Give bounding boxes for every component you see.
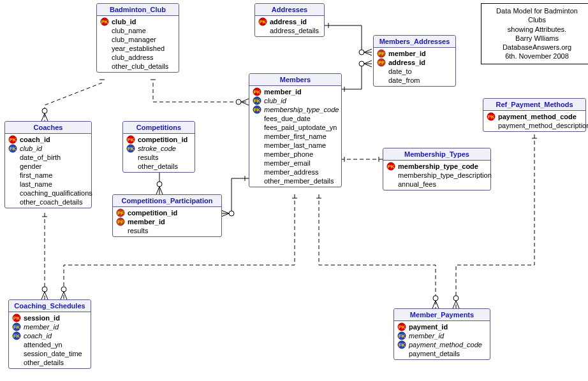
entity-body: club_idclub_nameclub_manageryear_establi… bbox=[97, 16, 179, 72]
attr-row: payment_details bbox=[394, 349, 490, 358]
pk-key-icon bbox=[11, 314, 22, 322]
attr-name: payment_method_code bbox=[409, 341, 482, 349]
attr-name: last_name bbox=[20, 180, 52, 188]
entity-title: Members bbox=[249, 74, 341, 86]
no-key bbox=[11, 359, 22, 366]
attr-name: fees_due_date bbox=[264, 115, 311, 122]
svg-line-19 bbox=[364, 61, 372, 64]
attr-row: coach_id bbox=[9, 331, 91, 340]
no-key bbox=[126, 162, 136, 170]
entity-addresses: Addressesaddress_idaddress_details bbox=[254, 3, 325, 37]
attr-row: annual_fees bbox=[383, 180, 490, 189]
attr-name: member_id bbox=[409, 332, 444, 340]
attr-name: session_date_time bbox=[24, 350, 82, 357]
svg-line-45 bbox=[453, 301, 456, 308]
attr-row: member_email bbox=[249, 159, 341, 168]
svg-line-41 bbox=[432, 301, 436, 308]
attr-name: coach_id bbox=[24, 332, 52, 340]
svg-point-27 bbox=[229, 211, 234, 216]
attr-row: attended_yn bbox=[9, 340, 91, 349]
attr-name: date_from bbox=[388, 76, 420, 84]
no-key bbox=[252, 168, 262, 176]
attr-row: session_date_time bbox=[9, 349, 91, 358]
svg-line-42 bbox=[436, 301, 439, 308]
attr-row: member_id bbox=[249, 87, 341, 96]
pk-key-icon bbox=[8, 136, 18, 143]
attr-name: coaching_qualifications bbox=[20, 189, 92, 197]
attr-row: payment_id bbox=[394, 322, 490, 331]
attr-row: address_details bbox=[255, 26, 324, 35]
attr-name: payment_method_code bbox=[498, 113, 577, 120]
attr-row: membership_type_code bbox=[249, 105, 341, 114]
no-key bbox=[386, 180, 396, 188]
attr-row: other_member_details bbox=[249, 176, 341, 185]
attr-row: membership_type_code bbox=[383, 162, 490, 171]
attr-row: membership_type_description bbox=[383, 171, 490, 180]
attr-name: club_id bbox=[112, 18, 136, 25]
fk-key-icon bbox=[8, 145, 18, 152]
svg-line-37 bbox=[61, 292, 64, 299]
entity-members: Membersmember_idclub_idmembership_type_c… bbox=[249, 73, 342, 187]
attr-name: membership_type_code bbox=[398, 162, 478, 170]
svg-line-16 bbox=[364, 52, 372, 55]
attr-name: membership_type_code bbox=[264, 106, 339, 113]
svg-line-25 bbox=[221, 210, 229, 213]
attr-name: member_id bbox=[264, 88, 302, 96]
attr-name: other_details bbox=[138, 162, 178, 170]
no-key bbox=[252, 124, 262, 131]
svg-line-30 bbox=[159, 187, 163, 194]
attr-row: other_club_details bbox=[97, 62, 179, 71]
entity-body: competition_idmember_idresults bbox=[113, 207, 221, 236]
entity-title: Competitions bbox=[123, 122, 195, 134]
entity-title: Member_Payments bbox=[394, 309, 490, 321]
attr-name: results bbox=[138, 154, 158, 161]
attr-name: club_id bbox=[20, 145, 42, 152]
attr-row: other_coach_details bbox=[5, 198, 91, 206]
svg-line-34 bbox=[45, 292, 48, 299]
attr-name: other_details bbox=[24, 359, 64, 366]
entity-body: session_idmember_idcoach_idattended_ynse… bbox=[9, 312, 91, 368]
attr-name: member_first_name bbox=[264, 133, 327, 140]
attr-row: address_id bbox=[374, 58, 455, 67]
attr-name: club_address bbox=[112, 54, 153, 61]
no-key bbox=[8, 171, 18, 179]
no-key bbox=[126, 154, 136, 161]
attr-row: club_address bbox=[97, 53, 179, 62]
attr-row: last_name bbox=[5, 180, 91, 189]
entity-body: membership_type_codemembership_type_desc… bbox=[383, 161, 490, 190]
entity-competitions-participation: Competitions_Participationcompetition_id… bbox=[112, 194, 222, 237]
attr-name: coach_id bbox=[20, 136, 50, 143]
attr-name: member_id bbox=[128, 218, 165, 226]
no-key bbox=[252, 141, 262, 149]
svg-line-8 bbox=[241, 102, 249, 105]
no-key bbox=[11, 350, 22, 357]
attr-row: competition_id bbox=[113, 208, 221, 217]
attr-name: payment_id bbox=[409, 323, 448, 331]
attr-name: member_address bbox=[264, 168, 319, 176]
attr-name: membership_type_description bbox=[398, 171, 492, 179]
no-key bbox=[99, 45, 110, 52]
entity-body: coach_idclub_iddate_of_birthgenderfirst_… bbox=[5, 134, 91, 208]
svg-line-11 bbox=[41, 113, 45, 121]
svg-point-47 bbox=[453, 296, 459, 301]
attr-row: coach_id bbox=[5, 135, 91, 144]
entity-membership-types: Membership_Typesmembership_type_codememb… bbox=[383, 148, 491, 190]
attr-row: other_details bbox=[9, 358, 91, 367]
attr-row: club_id bbox=[249, 96, 341, 105]
no-key bbox=[486, 122, 496, 129]
pf-key-icon bbox=[376, 50, 386, 57]
attr-name: payment_method_description bbox=[498, 122, 588, 129]
no-key bbox=[8, 189, 18, 197]
pk-key-icon bbox=[397, 323, 407, 331]
attr-name: date_to bbox=[388, 68, 412, 75]
attr-row: payment_method_code bbox=[483, 112, 585, 121]
attr-name: member_phone bbox=[264, 150, 313, 158]
entity-title: Competitions_Participation bbox=[113, 195, 221, 207]
attr-row: member_address bbox=[249, 168, 341, 176]
attr-row: date_from bbox=[374, 76, 455, 85]
entity-body: address_idaddress_details bbox=[255, 16, 324, 36]
pk-key-icon bbox=[486, 113, 496, 120]
pk-key-icon bbox=[252, 88, 262, 96]
svg-line-46 bbox=[456, 301, 459, 308]
pf-key-icon bbox=[115, 218, 126, 226]
